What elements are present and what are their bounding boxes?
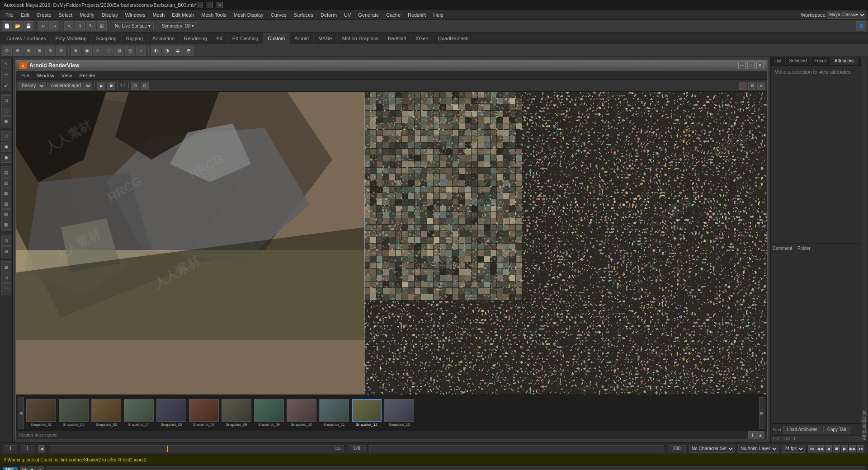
right-tab-focus[interactable]: Focus [811, 57, 830, 65]
play-fwd[interactable]: ▶ [841, 445, 848, 452]
close-button[interactable]: ✕ [217, 2, 223, 8]
snapshot-item-01[interactable]: Snapshot_01 [26, 399, 57, 427]
render-menu-view[interactable]: View [58, 71, 76, 80]
texture-btn[interactable]: ▣ [1, 116, 11, 126]
menu-edit[interactable]: Edit [17, 10, 33, 20]
snapshot-item-09[interactable]: Snapshot_09 [254, 399, 284, 427]
beauty-select[interactable]: Beauty [18, 82, 46, 90]
menu-display[interactable]: Display [98, 10, 122, 20]
tool4[interactable]: ⊛ [34, 46, 44, 56]
menu-mesh-display[interactable]: Mesh Display [230, 10, 267, 20]
mel-back-btn[interactable]: M [20, 466, 28, 470]
tool7[interactable]: ◈ [71, 46, 81, 56]
right-tab-list[interactable]: List [771, 57, 786, 65]
rotate-btn[interactable]: ↻ [86, 21, 96, 31]
right-tab-attributes[interactable]: Attributes [831, 57, 858, 65]
menu-edit-mesh[interactable]: Edit Mesh [168, 10, 198, 20]
new-scene-btn[interactable]: 📄 [2, 21, 12, 31]
attribute-editor-tab[interactable]: Attribute Editor [861, 57, 868, 442]
render-menu-render[interactable]: Render [76, 71, 99, 80]
scale-btn[interactable]: ⊞ [97, 21, 107, 31]
render-menu-window[interactable]: Window [33, 71, 58, 80]
menu-surfaces[interactable]: Surfaces [290, 10, 317, 20]
tool14[interactable]: ◐ [151, 46, 161, 56]
menu-help[interactable]: Help [429, 10, 447, 20]
zoom-fit-btn[interactable]: ⊞ [131, 82, 139, 90]
layout3-btn[interactable]: ▦ [1, 188, 11, 198]
tab-rendering[interactable]: Rendering [179, 33, 212, 44]
move-btn[interactable]: ✛ [75, 21, 85, 31]
tab-quadremesh[interactable]: QuadRemesh [433, 33, 473, 44]
menu-mesh-tools[interactable]: Mesh Tools [198, 10, 230, 20]
symmetry-select[interactable]: Symmetry: Off ▾ [159, 22, 198, 30]
redo-btn[interactable]: ↪ [49, 21, 59, 31]
mel-close-btn[interactable]: ✕ [37, 466, 44, 470]
copy-tab-btn[interactable]: Copy Tab [823, 426, 850, 433]
render-stop-btn[interactable]: ⏹ [107, 82, 115, 90]
tool2[interactable]: ⊕ [13, 46, 23, 56]
tool17[interactable]: ◓ [184, 46, 193, 56]
timeline-max-frame[interactable] [668, 445, 686, 452]
menu-file[interactable]: File [2, 10, 17, 20]
tab-poly-modeling[interactable]: Poly Modeling [51, 33, 91, 44]
menu-modify[interactable]: Modify [76, 10, 98, 20]
layout1-btn[interactable]: ▤ [1, 168, 11, 178]
tool3[interactable]: ⊗ [24, 46, 33, 56]
tool-a[interactable]: ⊠ [1, 263, 11, 273]
select-btn[interactable]: ↖ [64, 21, 74, 31]
snapshot-item-06[interactable]: Snapshot_06 [189, 399, 219, 427]
play-fwd-step[interactable]: ▶▶ [849, 445, 856, 452]
tab-motion-graphics[interactable]: Motion Graphics [338, 33, 383, 44]
snapshot-item-11[interactable]: Snapshot_11 [319, 399, 349, 427]
menu-select[interactable]: Select [55, 10, 76, 20]
stop-btn[interactable]: ⏹ [833, 445, 840, 452]
undo-btn[interactable]: ↩ [38, 21, 48, 31]
tab-curves-surfaces[interactable]: Curves / Surfaces [2, 33, 51, 44]
tab-animation[interactable]: Animation [148, 33, 179, 44]
snapshot-item-02[interactable]: Snapshot_02 [58, 399, 89, 427]
timeline-frame-start[interactable] [4, 445, 17, 452]
snapshot-item-04[interactable]: Snapshot_04 [123, 399, 154, 427]
timeline-slider[interactable]: 120 [49, 445, 344, 452]
tab-arnold[interactable]: Arnold [290, 33, 314, 44]
tool6[interactable]: ⊝ [56, 46, 66, 56]
snapshot-item-08[interactable]: Snapshot_08 [221, 399, 252, 427]
select-tool[interactable]: ↖ [1, 59, 11, 69]
menu-curves[interactable]: Curves [267, 10, 290, 20]
timeline-current-frame[interactable] [21, 445, 34, 452]
timeline-frame-end[interactable] [348, 445, 366, 452]
tool9[interactable]: ◊ [93, 46, 103, 56]
anim-layer-select[interactable]: No Anim Layer [738, 445, 778, 453]
load-attributes-btn[interactable]: Load Attributes [783, 426, 821, 433]
render-minimize-btn[interactable]: — [738, 62, 745, 69]
right-tab-selected[interactable]: Selected [786, 57, 811, 65]
maximize-button[interactable]: □ [207, 2, 213, 8]
menu-cache[interactable]: Cache [382, 10, 404, 20]
status-info-btn[interactable]: ℹ [748, 431, 756, 439]
tool-c[interactable]: ⊢ [1, 283, 11, 293]
tab-custom[interactable]: Custom [263, 33, 290, 44]
layout5-btn[interactable]: ▨ [1, 209, 11, 219]
render-titlebar[interactable]: A Arnold RenderView — □ ✕ [16, 60, 767, 71]
minimize-button[interactable]: — [197, 2, 203, 8]
snapshot-item-12[interactable]: Snapshot_12 [351, 399, 382, 427]
tool10[interactable]: ◌ [104, 46, 113, 56]
tool11[interactable]: ◍ [114, 46, 124, 56]
polygon-btn[interactable]: ⬡ [1, 131, 11, 141]
char-set-select[interactable]: No Character Set [689, 445, 735, 453]
tool-b[interactable]: ⊡ [1, 273, 11, 283]
tab-rigging[interactable]: Rigging [122, 33, 148, 44]
snapshot-item-05[interactable]: Snapshot_05 [156, 399, 187, 427]
menu-create[interactable]: Create [33, 10, 55, 20]
tool5[interactable]: ⊜ [45, 46, 55, 56]
strip-scroll-right[interactable]: ▶ [759, 397, 765, 429]
play-back-step[interactable]: ◀ [825, 445, 832, 452]
settings-btn[interactable]: ⚙ [748, 82, 756, 90]
nurbs-btn[interactable]: ⬢ [1, 142, 11, 152]
record-btn[interactable]: ● [739, 82, 747, 90]
snapshot-item-13[interactable]: Snapshot_13 [384, 399, 415, 427]
render-play-btn[interactable]: ▶ [97, 82, 105, 90]
solid-btn[interactable]: ⬛ [1, 106, 11, 116]
tool1[interactable]: ⊙ [2, 46, 12, 56]
tab-sculpting[interactable]: Sculpting [92, 33, 122, 44]
